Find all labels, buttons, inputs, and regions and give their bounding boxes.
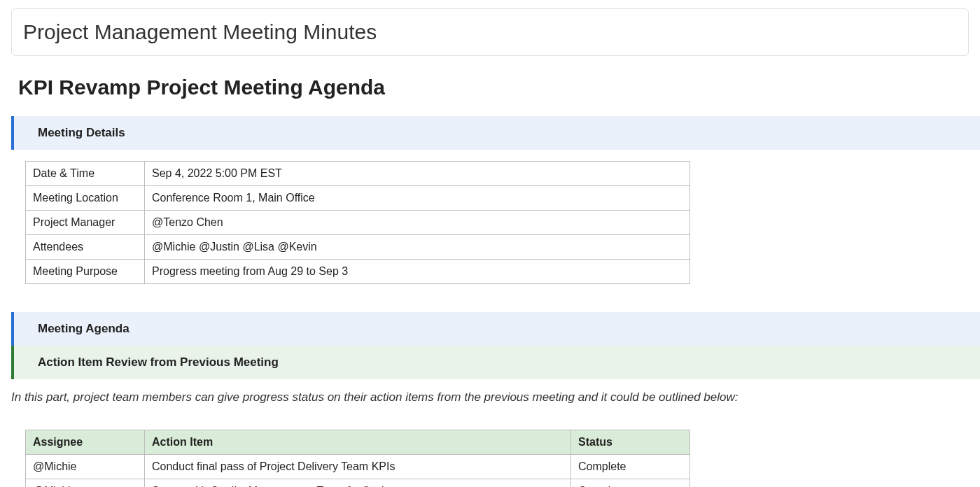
details-value: @Michie @Justin @Lisa @Kevin [145, 235, 690, 260]
details-label: Project Manager [26, 211, 145, 235]
action-assignee: @Michie [26, 455, 145, 479]
table-row: @Michie Set up with Quality Management T… [26, 479, 690, 488]
table-row: Attendees @Michie @Justin @Lisa @Kevin [26, 235, 690, 260]
section-header-action-item-review: Action Item Review from Previous Meeting [11, 346, 980, 379]
main-content: KPI Revamp Project Meeting Agenda Meetin… [11, 76, 969, 379]
details-label: Meeting Location [26, 186, 145, 211]
title-container: Project Management Meeting Minutes [11, 8, 969, 56]
col-header-status: Status [571, 430, 690, 455]
action-status: Complete [571, 455, 690, 479]
table-header-row: Assignee Action Item Status [26, 430, 690, 455]
meeting-details-table: Date & Time Sep 4, 2022 5:00 PM EST Meet… [25, 161, 690, 284]
action-assignee: @Michie [26, 479, 145, 488]
details-value: Sep 4, 2022 5:00 PM EST [145, 162, 690, 186]
details-label: Meeting Purpose [26, 260, 145, 284]
action-item: Set up with Quality Management Team for … [145, 479, 571, 488]
col-header-assignee: Assignee [26, 430, 145, 455]
details-label: Attendees [26, 235, 145, 260]
table-row: Meeting Purpose Progress meeting from Au… [26, 260, 690, 284]
details-value: @Tenzo Chen [145, 211, 690, 235]
table-row: Date & Time Sep 4, 2022 5:00 PM EST [26, 162, 690, 186]
table-row: Project Manager @Tenzo Chen [26, 211, 690, 235]
col-header-action-item: Action Item [145, 430, 571, 455]
review-note: In this part, project team members can g… [11, 390, 969, 404]
details-label: Date & Time [26, 162, 145, 186]
page-title: Project Management Meeting Minutes [23, 20, 957, 44]
section-header-meeting-details: Meeting Details [11, 116, 980, 150]
action-item: Conduct final pass of Project Delivery T… [145, 455, 571, 479]
action-items-container: Assignee Action Item Status @Michie Cond… [11, 430, 969, 487]
table-row: @Michie Conduct final pass of Project De… [26, 455, 690, 479]
details-value: Conference Room 1, Main Office [145, 186, 690, 211]
action-items-table: Assignee Action Item Status @Michie Cond… [25, 430, 690, 487]
action-status: Complete [571, 479, 690, 488]
section-header-meeting-agenda: Meeting Agenda [11, 312, 980, 346]
table-row: Meeting Location Conference Room 1, Main… [26, 186, 690, 211]
details-value: Progress meeting from Aug 29 to Sep 3 [145, 260, 690, 284]
agenda-title: KPI Revamp Project Meeting Agenda [18, 76, 969, 99]
